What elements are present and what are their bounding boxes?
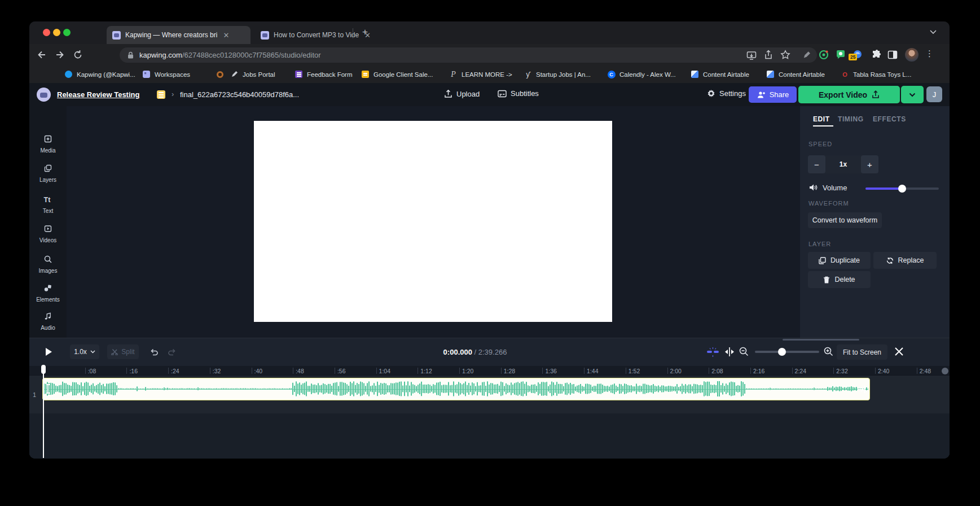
extension-target-icon[interactable] (818, 49, 829, 60)
tab-effects[interactable]: EFFECTS (873, 115, 906, 123)
minimize-window-button[interactable] (53, 29, 60, 36)
playback-rate-dropdown[interactable]: 1.0x (70, 344, 99, 359)
user-avatar[interactable]: J (926, 86, 942, 102)
bookmark-item[interactable]: Google Client Sale... (361, 68, 433, 80)
bookmark-item[interactable]: Content Airtable (766, 68, 825, 80)
sidebar-item-layers[interactable]: Layers (29, 164, 67, 183)
tidy-timeline-icon[interactable] (706, 347, 720, 357)
bookmark-item[interactable]: Content Airtable (691, 68, 749, 80)
audio-clip[interactable] (42, 378, 870, 400)
volume-slider[interactable] (865, 187, 939, 190)
bookmark-item[interactable]: Feedback Form (295, 68, 353, 80)
ruler-tick (126, 368, 127, 374)
convert-to-waveform-button[interactable]: Convert to waveform (808, 212, 882, 228)
close-timeline-icon[interactable] (894, 347, 904, 356)
sidebar-item-media[interactable]: Media (29, 134, 67, 154)
bookmark-item[interactable]: PLEARN MORE -> (449, 68, 512, 80)
bookmark-item[interactable]: CCalendly - Alex W... (607, 68, 676, 80)
share-page-icon[interactable] (763, 49, 774, 60)
ruler-tick (542, 368, 543, 374)
bookmark-item[interactable]: Jobs Portal (230, 68, 275, 80)
tab-close-icon[interactable]: ✕ (222, 31, 230, 40)
sidebar-item-text[interactable]: TtText (29, 195, 67, 214)
bookmark-star-icon[interactable] (780, 49, 791, 60)
sidebar-item-images[interactable]: Images (29, 255, 67, 274)
bookmark-item[interactable] (216, 68, 224, 80)
timeline-ruler[interactable]: :08:16:24:32:40:48:561:041:121:201:281:3… (29, 366, 950, 376)
delete-button[interactable]: Delete (808, 271, 871, 288)
timeline-zoom-slider[interactable] (755, 351, 819, 353)
project-filename[interactable]: final_622a6723c546b40059d78f6a... (180, 90, 299, 99)
subtitles-button[interactable]: Subtitles (498, 89, 539, 98)
split-button[interactable]: Split (107, 344, 139, 359)
ruler-label: 2:48 (920, 368, 931, 374)
timeline-zoom-thumb[interactable] (778, 348, 786, 356)
play-button[interactable] (45, 347, 52, 356)
export-video-button[interactable]: Export Video (798, 86, 900, 103)
tab-edit[interactable]: EDIT (813, 115, 830, 123)
tab-timing[interactable]: TIMING (838, 115, 864, 123)
ruler-label: :08 (88, 368, 96, 374)
workspace-title-link[interactable]: Release Review Testing (57, 90, 139, 99)
export-options-button[interactable] (901, 86, 924, 103)
speed-increase-button[interactable]: + (861, 155, 878, 173)
speed-decrease-button[interactable]: − (808, 155, 825, 173)
sidebar-item-audio[interactable]: Audio (29, 312, 67, 331)
new-tab-button[interactable]: + (362, 27, 368, 38)
delete-label: Delete (834, 276, 855, 283)
playhead[interactable] (43, 365, 44, 458)
side-panel-icon[interactable] (887, 49, 898, 60)
browser-tab[interactable]: Kapwing — Where creators bri✕ (107, 26, 251, 44)
preview-canvas[interactable] (254, 121, 612, 322)
install-app-icon[interactable] (746, 50, 757, 61)
clip-trim-right-handle[interactable] (857, 385, 866, 394)
ruler-label: 1:36 (545, 368, 556, 374)
close-window-button[interactable] (43, 29, 50, 36)
sidebar-item-elements[interactable]: Elements (29, 283, 67, 303)
address-bar[interactable]: kapwing.com/627488cec0128000c7f75865/stu… (120, 47, 817, 63)
upload-button[interactable]: Upload (444, 89, 480, 98)
replace-button[interactable]: Replace (873, 252, 937, 269)
reload-button[interactable] (72, 49, 84, 60)
bookmark-label: Kapwing (@Kapwi... (77, 71, 135, 78)
workspaces-icon (142, 70, 151, 78)
media-icon (43, 136, 52, 145)
zoom-in-icon[interactable] (824, 347, 833, 356)
extension-pen-icon[interactable] (801, 50, 812, 61)
tab-search-chevron-icon[interactable] (930, 30, 937, 34)
redo-button[interactable] (167, 347, 177, 357)
duplicate-button[interactable]: Duplicate (808, 252, 871, 269)
volume-slider-thumb[interactable] (898, 185, 906, 193)
browser-menu-icon[interactable]: ⋮ (925, 49, 934, 59)
bookmark-item[interactable]: OTabla Rasa Toys L... (841, 68, 911, 80)
volume-label: Volume (823, 184, 847, 192)
profile-avatar[interactable] (905, 48, 919, 62)
vertical-scrollbar-thumb[interactable] (942, 368, 948, 374)
left-sidebar: MediaLayersTtTextVideosImagesElementsAud… (29, 106, 67, 338)
zoom-window-button[interactable] (63, 29, 71, 36)
undo-button[interactable] (149, 347, 159, 357)
share-button[interactable]: Share (749, 86, 797, 103)
settings-button[interactable]: Settings (707, 89, 746, 98)
extensions-puzzle-icon[interactable] (871, 49, 882, 60)
calendly-icon: C (607, 70, 616, 78)
bookmark-item[interactable]: Kapwing (@Kapwi... (64, 68, 135, 80)
zoom-out-icon[interactable] (739, 347, 749, 356)
forward-button[interactable] (54, 49, 65, 60)
bookmark-item[interactable]: ƴStartup Jobs | An... (524, 68, 591, 80)
bookmark-label: Content Airtable (779, 71, 825, 78)
ruler-label: 2:24 (795, 368, 806, 374)
back-button[interactable] (36, 49, 47, 60)
playhead-handle[interactable] (41, 365, 46, 374)
browser-tab[interactable]: How to Convert MP3 to Video O✕ (255, 26, 377, 44)
twitter-icon (64, 70, 73, 78)
expand-clip-icon[interactable] (724, 346, 735, 357)
clip-trim-left-handle[interactable] (47, 384, 49, 394)
sidebar-item-label: Layers (29, 177, 67, 183)
extension-chat-icon[interactable] (835, 49, 846, 60)
fit-to-screen-button[interactable]: Fit to Screen (837, 344, 887, 360)
workspace-avatar[interactable] (37, 88, 51, 102)
ruler-tick (376, 368, 377, 374)
sidebar-item-videos[interactable]: Videos (29, 224, 67, 243)
bookmark-item[interactable]: Workspaces (142, 68, 190, 80)
